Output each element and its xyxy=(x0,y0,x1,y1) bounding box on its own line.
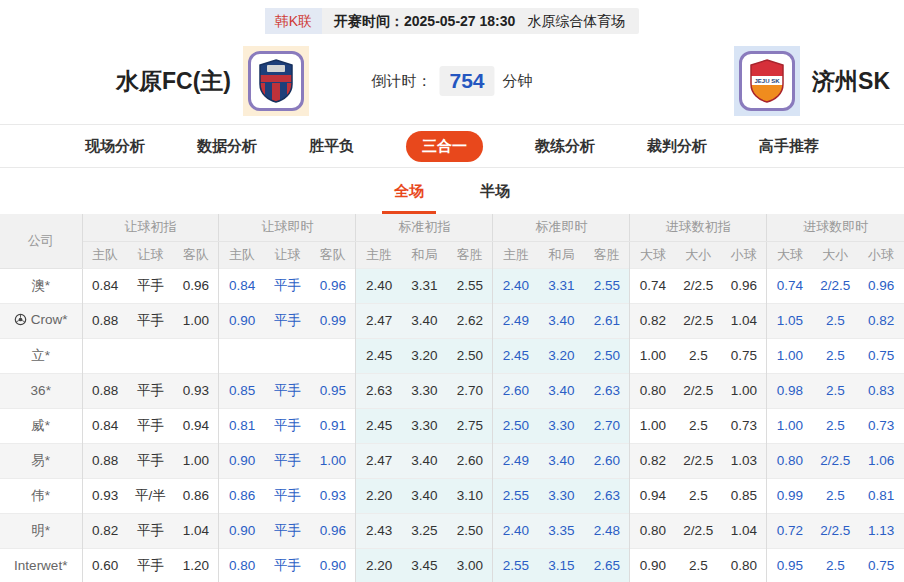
odds-cell: 0.80 xyxy=(630,373,676,408)
odds-cell: 0.74 xyxy=(630,268,676,303)
tab-win-draw-lose[interactable]: 胜平负 xyxy=(309,137,354,156)
odds-cell: 0.74 xyxy=(767,268,813,303)
sub-column-header: 小球 xyxy=(858,241,904,268)
odds-cell: 0.83 xyxy=(858,373,904,408)
odds-cell: 3.40 xyxy=(402,443,448,478)
odds-cell: 0.88 xyxy=(82,373,128,408)
odds-cell: 2.20 xyxy=(356,548,402,582)
odds-cell: 0.80 xyxy=(767,443,813,478)
odds-cell: 平手 xyxy=(265,513,311,548)
company-cell[interactable]: Crow* xyxy=(0,303,82,338)
company-cell[interactable]: 澳* xyxy=(0,268,82,303)
teams-header: 水原FC(主) 倒计时： 754 分钟 xyxy=(0,38,904,124)
odds-cell: 1.13 xyxy=(858,513,904,548)
tab-coach-analysis[interactable]: 教练分析 xyxy=(535,137,595,156)
odds-cell: 3.20 xyxy=(539,338,585,373)
odds-cell: 0.80 xyxy=(630,513,676,548)
company-name: 36* xyxy=(31,383,51,398)
odds-cell: 2.47 xyxy=(356,443,402,478)
odds-row: 立*2.453.202.502.453.202.501.002.50.751.0… xyxy=(0,338,904,373)
odds-cell: 2.55 xyxy=(493,478,539,513)
away-team-crest: JEJU SK xyxy=(739,51,795,111)
tab-data-analysis[interactable]: 数据分析 xyxy=(197,137,257,156)
odds-cell: 1.00 xyxy=(630,408,676,443)
odds-cell: 0.84 xyxy=(82,408,128,443)
odds-cell: 1.00 xyxy=(767,408,813,443)
odds-cell: 3.40 xyxy=(539,303,585,338)
sub-column-header: 大小 xyxy=(813,241,859,268)
company-cell[interactable]: Interwet* xyxy=(0,548,82,582)
odds-cell: 0.90 xyxy=(219,303,265,338)
odds-cell: 0.60 xyxy=(82,548,128,582)
odds-row: 36*0.88平手0.930.85平手0.952.633.302.702.603… xyxy=(0,373,904,408)
odds-cell: 2/2.5 xyxy=(813,268,859,303)
company-name: 伟* xyxy=(31,488,50,503)
company-column-header: 公司 xyxy=(0,214,82,268)
odds-cell: 2.49 xyxy=(493,303,539,338)
subtab-full-match[interactable]: 全场 xyxy=(390,169,428,214)
odds-cell: 3.40 xyxy=(402,303,448,338)
subtab-half-match[interactable]: 半场 xyxy=(476,169,514,214)
odds-cell: 3.00 xyxy=(447,548,493,582)
odds-cell: 2.63 xyxy=(356,373,402,408)
odds-cell: 2.5 xyxy=(813,408,859,443)
tab-live-analysis[interactable]: 现场分析 xyxy=(85,137,145,156)
company-cell[interactable]: 明* xyxy=(0,513,82,548)
odds-cell xyxy=(128,338,174,373)
venue: 水原综合体育场 xyxy=(527,8,639,34)
home-team-name[interactable]: 水原FC(主) xyxy=(116,66,231,97)
odds-row: Interwet*0.60平手1.200.80平手0.902.203.453.0… xyxy=(0,548,904,582)
odds-cell: 1.00 xyxy=(310,443,356,478)
away-team-name[interactable]: 济州SK xyxy=(812,66,890,97)
odds-cell: 3.40 xyxy=(539,443,585,478)
group-header: 标准初指 xyxy=(356,214,493,241)
tab-referee-analysis[interactable]: 裁判分析 xyxy=(647,137,707,156)
odds-cell: 1.06 xyxy=(858,443,904,478)
odds-cell: 2.60 xyxy=(493,373,539,408)
odds-cell: 0.82 xyxy=(858,303,904,338)
odds-cell: 1.00 xyxy=(630,338,676,373)
odds-cell: 2/2.5 xyxy=(813,443,859,478)
sub-column-header: 主胜 xyxy=(356,241,402,268)
odds-cell: 0.90 xyxy=(310,548,356,582)
odds-cell: 2.5 xyxy=(813,303,859,338)
tab-three-in-one[interactable]: 三合一 xyxy=(406,131,483,162)
odds-cell: 0.94 xyxy=(630,478,676,513)
odds-cell: 平手 xyxy=(128,513,174,548)
company-cell[interactable]: 易* xyxy=(0,443,82,478)
odds-cell: 2/2.5 xyxy=(813,513,859,548)
away-team-logo[interactable]: JEJU SK xyxy=(734,46,800,116)
home-team-logo[interactable] xyxy=(243,46,309,116)
odds-row: 澳*0.84平手0.960.84平手0.962.403.312.552.403.… xyxy=(0,268,904,303)
odds-cell: 1.00 xyxy=(173,443,219,478)
tab-expert-picks[interactable]: 高手推荐 xyxy=(759,137,819,156)
away-team: JEJU SK 济州SK xyxy=(734,46,890,116)
odds-cell: 1.04 xyxy=(721,513,767,548)
odds-cell: 2.60 xyxy=(584,443,630,478)
odds-cell: 0.82 xyxy=(82,513,128,548)
odds-cell: 2.5 xyxy=(676,548,722,582)
odds-cell: 1.05 xyxy=(767,303,813,338)
odds-cell: 0.99 xyxy=(310,303,356,338)
group-header: 进球数即时 xyxy=(767,214,904,241)
kickoff-label: 开赛时间： xyxy=(334,13,404,29)
period-sub-tabs: 全场 半场 xyxy=(0,168,904,214)
countdown: 倒计时： 754 分钟 xyxy=(371,66,532,96)
company-cell[interactable]: 立* xyxy=(0,338,82,373)
sub-column-header: 客胜 xyxy=(584,241,630,268)
odds-cell: 0.88 xyxy=(82,303,128,338)
sub-column-header: 和局 xyxy=(402,241,448,268)
odds-cell: 3.30 xyxy=(539,408,585,443)
odds-cell: 2.45 xyxy=(493,338,539,373)
match-info-bar: 韩K联 开赛时间：2025-05-27 18:30 水原综合体育场 xyxy=(0,0,904,34)
odds-cell: 0.73 xyxy=(858,408,904,443)
company-cell[interactable]: 伟* xyxy=(0,478,82,513)
odds-cell: 平手 xyxy=(265,303,311,338)
odds-cell: 0.84 xyxy=(82,268,128,303)
company-cell[interactable]: 威* xyxy=(0,408,82,443)
company-cell[interactable]: 36* xyxy=(0,373,82,408)
odds-cell: 0.90 xyxy=(219,513,265,548)
league-badge[interactable]: 韩K联 xyxy=(265,8,322,34)
odds-cell: 1.04 xyxy=(721,303,767,338)
company-name: Interwet* xyxy=(14,558,67,573)
